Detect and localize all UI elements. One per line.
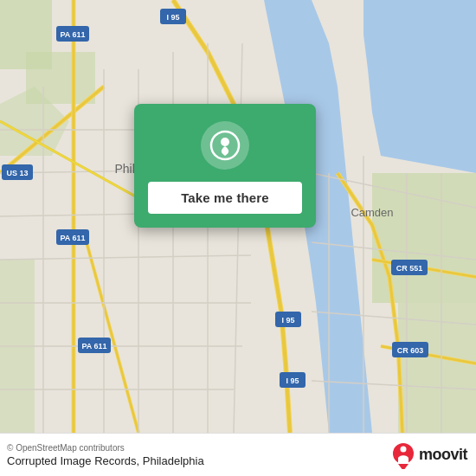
copyright-text: © OpenStreetMap contributors [7, 443, 384, 453]
svg-rect-6 [372, 173, 476, 303]
svg-text:I 95: I 95 [286, 376, 299, 385]
svg-text:CR 603: CR 603 [397, 346, 424, 355]
svg-text:US 13: US 13 [6, 169, 28, 177]
svg-text:Camden: Camden [351, 206, 393, 219]
moovit-logo-icon [391, 441, 415, 469]
svg-text:CR 551: CR 551 [396, 264, 423, 273]
svg-point-65 [221, 138, 229, 146]
svg-text:I 95: I 95 [166, 13, 179, 22]
svg-rect-7 [398, 303, 476, 433]
svg-marker-2 [363, 0, 476, 173]
location-name: Corrupted Image Records, Philadelphia [7, 454, 384, 467]
location-pin-icon [209, 130, 241, 161]
take-me-there-button[interactable]: Take me there [148, 182, 302, 214]
map-container: US 13 PA 611 PA 611 PA 611 I 95 I 95 I 9… [0, 0, 476, 433]
popup-card: Take me there [134, 104, 316, 228]
svg-text:I 95: I 95 [281, 316, 294, 325]
moovit-text: moovit [419, 446, 467, 464]
svg-text:PA 611: PA 611 [81, 342, 106, 351]
svg-marker-68 [398, 464, 408, 469]
location-icon-wrap [201, 121, 249, 170]
moovit-logo: moovit [391, 441, 467, 469]
bottom-bar: © OpenStreetMap contributors Corrupted I… [0, 433, 476, 476]
svg-text:PA 611: PA 611 [60, 234, 85, 242]
svg-point-67 [400, 446, 406, 452]
svg-text:PA 611: PA 611 [60, 30, 85, 39]
